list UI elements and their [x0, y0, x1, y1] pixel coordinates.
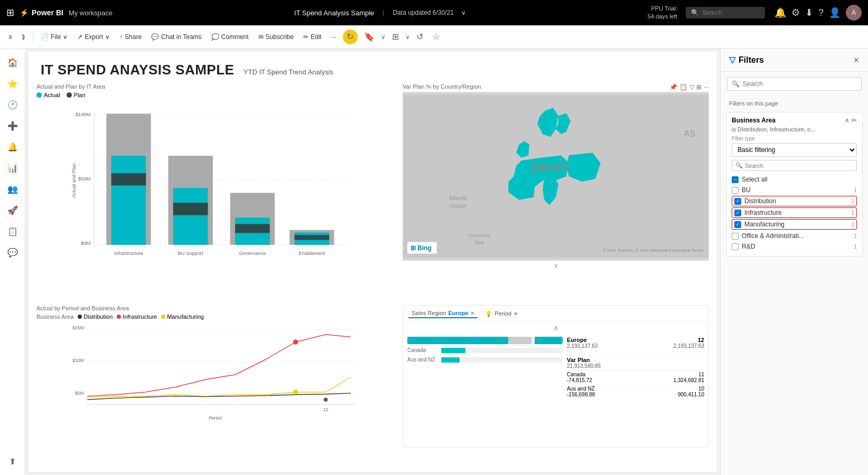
- bing-logo-text: ⊞ Bing: [410, 244, 432, 252]
- copy-icon[interactable]: 📋: [679, 83, 687, 91]
- global-search-input[interactable]: [702, 9, 755, 16]
- share-button[interactable]: ↑ Share: [115, 31, 146, 43]
- filter-type-select[interactable]: Basic filtering Advanced filtering Top N: [732, 143, 857, 157]
- bar-chart-container: Actual and Plan by IT Area Actual Plan $…: [36, 83, 394, 301]
- filter-expand-icon[interactable]: ∧: [845, 117, 850, 124]
- bookmark-chevron-icon: ∨: [381, 33, 386, 41]
- gov-dark-bar: [235, 224, 270, 233]
- period-remove[interactable]: ✕: [514, 311, 518, 317]
- apps-grid-icon[interactable]: ⊞: [6, 7, 14, 18]
- office-checkbox[interactable]: [732, 233, 739, 240]
- sidebar-item-create[interactable]: ➕: [3, 116, 22, 135]
- filter-item-bu[interactable]: BU 1: [732, 185, 857, 195]
- subscribe-label: Subscribe: [266, 33, 294, 41]
- sidebar-item-recent[interactable]: 🕐: [3, 95, 22, 114]
- filter-inner-search-box[interactable]: 🔍: [732, 160, 857, 171]
- rd-checkbox[interactable]: [732, 243, 739, 250]
- filter-search-input[interactable]: [743, 80, 857, 88]
- report-sub-title: YTD IT Spend Trend Analysis: [244, 68, 333, 76]
- sidebar-item-home[interactable]: 🏠: [3, 53, 22, 72]
- filter-inner-search-input[interactable]: [745, 163, 853, 169]
- comment-button[interactable]: 💭 Comment: [207, 31, 253, 43]
- sidebar-item-alerts[interactable]: 🔔: [3, 137, 22, 156]
- distribution-checkbox[interactable]: ✓: [734, 198, 741, 205]
- map-expand-arrow[interactable]: ∨: [403, 262, 709, 269]
- global-search-box[interactable]: 🔍: [686, 7, 765, 18]
- bu-count: 1: [854, 187, 857, 193]
- expand-button[interactable]: ⟫: [17, 31, 30, 43]
- filter-item-office[interactable]: Office & Administrati... 1: [732, 231, 857, 241]
- view-button[interactable]: ⊞: [389, 30, 402, 44]
- filter-search-icon: 🔍: [732, 80, 740, 88]
- refresh-button[interactable]: ↻: [343, 30, 358, 44]
- map-container: Var Plan % by Country/Region 📌 📋 ▽ ⊞ ···: [403, 83, 709, 301]
- avatar[interactable]: A: [846, 5, 862, 21]
- chat-teams-button[interactable]: 💬 Chat in Teams: [147, 31, 206, 43]
- favorite-button[interactable]: ☆: [430, 30, 443, 44]
- canada-data-value: -74,815.72: [567, 377, 671, 383]
- filter-icon[interactable]: ▽: [689, 83, 694, 91]
- pin-icon[interactable]: 📌: [669, 83, 677, 91]
- filter-select-all[interactable]: – Select all: [732, 174, 857, 185]
- more-button[interactable]: ···: [327, 31, 341, 43]
- sidebar-item-people[interactable]: 👥: [3, 179, 22, 198]
- filter-item-infrastructure[interactable]: ✓ Infrastructure 1: [732, 207, 857, 218]
- file-button[interactable]: 📄 File ∨: [36, 31, 72, 43]
- subscribe-icon: ✉: [258, 33, 264, 41]
- legend-infrastructure: Infrastructure: [117, 314, 157, 320]
- filter-item-distribution[interactable]: ✓ Distribution 1: [732, 196, 857, 206]
- ausnz-data-value: -156,698.88: [567, 392, 676, 397]
- line-chart-container: Actual by Period and Business Area Busin…: [36, 305, 394, 448]
- east-europe-shape: [566, 153, 601, 182]
- europe-bar-fill: [407, 337, 508, 344]
- rd-label: R&D: [742, 243, 755, 250]
- export-button[interactable]: ↗ Export ∨: [73, 31, 114, 43]
- sidebar-item-explore[interactable]: 🚀: [3, 201, 22, 220]
- chat-label: Chat in Teams: [161, 33, 201, 41]
- sidebar-item-reports[interactable]: 📊: [3, 158, 22, 177]
- bu-actual-bar: [173, 188, 208, 245]
- filter-item-manufacturing[interactable]: ✓ Manufacturing 1: [732, 219, 857, 230]
- settings-icon[interactable]: ⚙: [791, 7, 800, 18]
- brand-name: Power BI: [32, 8, 63, 17]
- expand-icon[interactable]: ⊞: [696, 83, 702, 91]
- report-title-area: IT SPEND ANAYSIS SAMPLE YTD IT Spend Tre…: [28, 51, 717, 83]
- sidebar-item-favorites[interactable]: ⭐: [3, 74, 22, 93]
- dropdown-chevron-icon[interactable]: ∨: [461, 9, 466, 16]
- map-visual[interactable]: EUROPE Atlantic Ocean Sargasso Sea AS ⊞ …: [403, 92, 709, 261]
- help-icon[interactable]: ?: [818, 7, 824, 18]
- account-icon[interactable]: 👤: [829, 7, 841, 18]
- edit-button[interactable]: ✏ Edit: [299, 31, 326, 43]
- infrastructure-checkbox[interactable]: ✓: [734, 210, 741, 216]
- sidebar-item-expand[interactable]: ⬆: [3, 452, 22, 471]
- bookmark-button[interactable]: 🔖: [361, 30, 378, 44]
- subscribe-button[interactable]: ✉ Subscribe: [254, 31, 298, 43]
- bu-checkbox[interactable]: [732, 187, 739, 194]
- manufacturing-checkbox[interactable]: ✓: [734, 221, 741, 228]
- workspace-label[interactable]: My workspace: [69, 9, 113, 17]
- teams-icon: 💬: [151, 33, 159, 41]
- sales-region-label: Sales Region: [412, 310, 446, 316]
- reset-button[interactable]: ↺: [413, 30, 426, 44]
- legend-distribution: Distribution: [78, 314, 113, 320]
- ausnz-bar: [441, 357, 563, 363]
- comment-icon: 💭: [211, 33, 219, 41]
- select-all-checkbox[interactable]: –: [732, 176, 739, 183]
- filter-item-rd[interactable]: R&D 1: [732, 241, 857, 252]
- sidebar-item-chat[interactable]: 💬: [3, 243, 22, 262]
- filter-main-search[interactable]: 🔍: [727, 77, 862, 91]
- waterfall-up-arrow[interactable]: ∧: [403, 322, 708, 334]
- filter-edit-icon[interactable]: ✏: [852, 117, 857, 124]
- secondary-toolbar: ≡ ⟫ 📄 File ∨ ↗ Export ∨ ↑ Share 💬 Chat i…: [0, 25, 868, 49]
- sidebar-item-datasets[interactable]: 📋: [3, 222, 22, 241]
- period-12-dot: [324, 397, 328, 402]
- download-icon[interactable]: ⬇: [805, 7, 813, 18]
- filters-close-button[interactable]: ✕: [853, 56, 860, 64]
- svg-text:$10M: $10M: [72, 358, 83, 363]
- sales-region-remove[interactable]: ✕: [470, 310, 474, 316]
- europe-bar-bg: [407, 337, 563, 344]
- more-dots-icon[interactable]: ···: [704, 83, 709, 91]
- collapse-nav-button[interactable]: ≡: [4, 31, 16, 43]
- canada-bar: [441, 348, 563, 353]
- notification-icon[interactable]: 🔔: [774, 7, 786, 18]
